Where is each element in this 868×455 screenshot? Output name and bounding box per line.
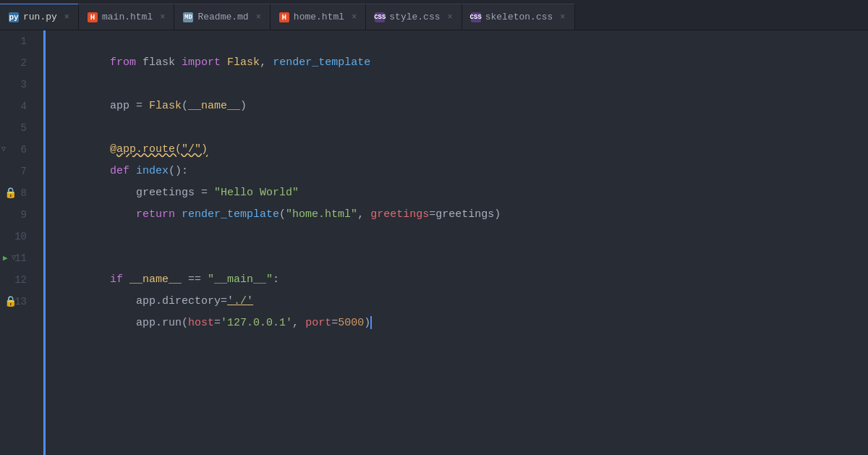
tab-label-style-css: style.css	[389, 12, 440, 22]
tab-icon-home-html: H	[279, 12, 289, 22]
code-line-3: app = Flask(__name__)	[43, 74, 868, 95]
tab-close-skeleton-css[interactable]: ×	[560, 13, 565, 22]
code-line-9	[43, 204, 868, 226]
line-num-2: 2	[0, 52, 34, 74]
tab-label-readme-md: Readme.md	[197, 12, 248, 22]
tab-label-home-html: home.html	[294, 12, 344, 22]
line-num-12: 12	[0, 269, 34, 291]
tab-close-style-css[interactable]: ×	[448, 13, 453, 22]
param-host: host	[188, 317, 214, 329]
tab-close-main-html[interactable]: ×	[160, 13, 165, 22]
tab-run-py[interactable]: py run.py ×	[0, 4, 79, 30]
line-num-8: 🔒8	[0, 182, 34, 204]
code-line-4	[43, 95, 868, 117]
code-line-7: greetings = "Hello World"	[43, 161, 868, 182]
fold-icon-11: ▽	[12, 247, 16, 269]
code-line-13: app.run(host='127.0.0.1', port=5000)	[43, 291, 868, 312]
code-line-5: @app.route("/")	[43, 117, 868, 139]
tab-label-main-html: main.html	[102, 12, 153, 22]
line-num-1: 1	[0, 30, 34, 52]
run-icon-11: ▶	[3, 247, 8, 269]
tab-label-run-py: run.py	[23, 12, 57, 22]
tab-close-run-py[interactable]: ×	[64, 13, 69, 22]
code-line-12: app.directory='./'	[43, 269, 868, 291]
line-number-gutter: 1 2 3 4 5 ▽6 7 🔒8 9 10 ▶ ▽ 11 12 🔒13	[0, 30, 43, 455]
code-line-8: return render_template("home.html", gree…	[43, 182, 868, 204]
tab-label-skeleton-css: skeleton.css	[485, 12, 553, 22]
code-lines: from flask import Flask, render_template…	[43, 30, 868, 312]
fold-icon-6: ▽	[1, 139, 6, 161]
tab-icon-skeleton-css: CSS	[471, 12, 481, 22]
tab-icon-style-css: CSS	[375, 12, 385, 22]
code-editor[interactable]: from flask import Flask, render_template…	[43, 30, 868, 455]
tab-close-readme-md[interactable]: ×	[256, 13, 261, 22]
line-num-5: 5	[0, 117, 34, 139]
line-num-7: 7	[0, 161, 34, 182]
line-num-3: 3	[0, 74, 34, 95]
code-line-6: def index():	[43, 139, 868, 161]
tab-home-html[interactable]: H home.html ×	[271, 4, 366, 30]
tab-style-css[interactable]: CSS style.css ×	[366, 4, 461, 30]
breakpoint-8: 🔒	[4, 182, 17, 204]
editor-area: 1 2 3 4 5 ▽6 7 🔒8 9 10 ▶ ▽ 11 12 🔒13 fro…	[0, 30, 868, 455]
text-cursor	[370, 316, 372, 329]
code-line-10	[43, 226, 868, 247]
line-num-13: 🔒13	[0, 291, 34, 312]
tab-readme-md[interactable]: MD Readme.md ×	[174, 4, 270, 30]
tab-icon-py: py	[9, 12, 19, 22]
tab-bar: py run.py × H main.html × MD Readme.md ×…	[0, 0, 868, 30]
line-num-11: ▶ ▽ 11	[0, 247, 34, 269]
code-line-11: if __name__ == "__main__":	[43, 247, 868, 269]
line-num-6: ▽6	[0, 139, 34, 161]
tab-main-html[interactable]: H main.html ×	[79, 4, 174, 30]
line-num-9: 9	[0, 204, 34, 226]
line-num-4: 4	[0, 95, 34, 117]
tab-close-home-html[interactable]: ×	[352, 13, 357, 22]
line-num-10: 10	[0, 226, 34, 247]
breakpoint-13: 🔒	[4, 291, 17, 312]
param-port: port	[305, 317, 331, 329]
tab-icon-main-html: H	[88, 12, 98, 22]
string-host: '127.0.0.1'	[221, 317, 292, 329]
code-line-2	[43, 52, 868, 74]
tab-icon-readme-md: MD	[183, 12, 193, 22]
num-5000: 5000	[338, 317, 364, 329]
tab-skeleton-css[interactable]: CSS skeleton.css ×	[462, 4, 575, 30]
code-line-1: from flask import Flask, render_template	[43, 30, 868, 52]
